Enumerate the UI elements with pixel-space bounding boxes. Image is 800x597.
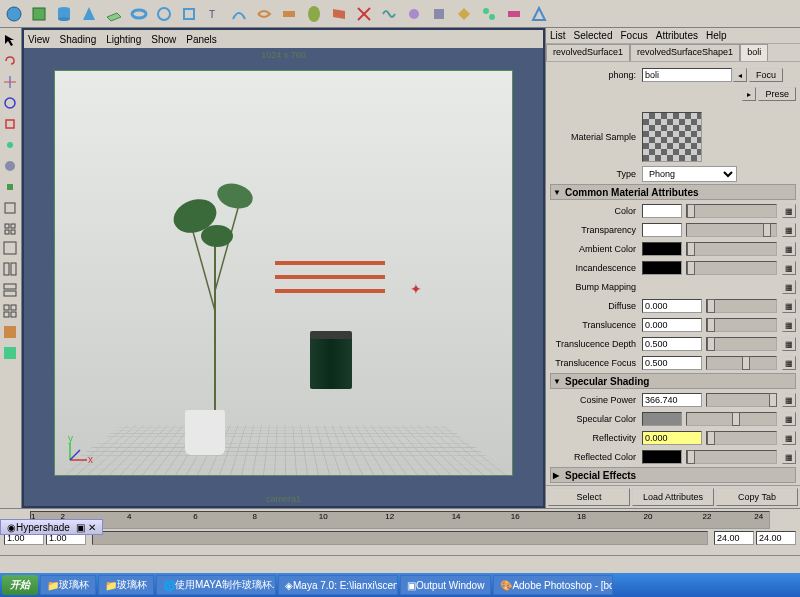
rotate-tool[interactable] — [0, 93, 20, 113]
task-1[interactable]: 📁 玻璃杯 — [40, 575, 96, 595]
ambient-swatch[interactable] — [642, 242, 682, 256]
focus-btn[interactable]: Focu — [749, 68, 783, 82]
layout-5[interactable] — [0, 322, 20, 342]
layout-4[interactable] — [0, 301, 20, 321]
shelf-circle[interactable] — [152, 2, 176, 26]
time-ruler[interactable]: 1 2 4 6 8 10 12 14 16 18 20 22 24 — [30, 511, 770, 529]
goto-input-btn[interactable]: ◂ — [733, 68, 747, 82]
lighting-menu[interactable]: Lighting — [106, 34, 141, 45]
shelf-extra7[interactable] — [527, 2, 551, 26]
viewport[interactable]: View Shading Lighting Show Panels 1024 x… — [22, 28, 545, 508]
scale-tool[interactable] — [0, 114, 20, 134]
shelf-extra3[interactable] — [427, 2, 451, 26]
shelf-cylinder[interactable] — [52, 2, 76, 26]
shelf-surface1[interactable] — [277, 2, 301, 26]
task-3[interactable]: 🌐 使用MAYA制作玻璃杯... — [156, 575, 276, 595]
attr-attributes-menu[interactable]: Attributes — [656, 30, 698, 41]
reflectivity-map-btn[interactable]: ▦ — [782, 431, 796, 445]
load-attr-btn[interactable]: Load Attributes — [632, 488, 714, 506]
move-tool[interactable] — [0, 72, 20, 92]
refl-color-slider[interactable] — [686, 450, 777, 464]
hypershade-tab[interactable]: ◉ Hypershade ▣ ✕ — [0, 519, 103, 535]
shelf-plane[interactable] — [102, 2, 126, 26]
color-slider[interactable] — [686, 204, 777, 218]
section-common[interactable]: ▼Common Material Attributes — [550, 184, 796, 200]
spec-color-map-btn[interactable]: ▦ — [782, 412, 796, 426]
layout-3[interactable] — [0, 280, 20, 300]
shelf-cube[interactable] — [27, 2, 51, 26]
section-special[interactable]: ▶Special Effects — [550, 467, 796, 483]
section-specular[interactable]: ▼Specular Shading — [550, 373, 796, 389]
transl-depth-map-btn[interactable]: ▦ — [782, 337, 796, 351]
reflectivity-input[interactable] — [642, 431, 702, 445]
attr-focus-menu[interactable]: Focus — [620, 30, 647, 41]
incand-slider[interactable] — [686, 261, 777, 275]
lasso-tool[interactable] — [0, 51, 20, 71]
layout-1[interactable] — [0, 238, 20, 258]
view-single[interactable] — [0, 198, 20, 218]
shelf-delete[interactable] — [352, 2, 376, 26]
ambient-map-btn[interactable]: ▦ — [782, 242, 796, 256]
color-map-btn[interactable]: ▦ — [782, 204, 796, 218]
shelf-loft[interactable] — [327, 2, 351, 26]
transl-focus-slider[interactable] — [706, 356, 777, 370]
start-button[interactable]: 开始 — [2, 575, 38, 595]
type-select[interactable]: Phong — [642, 166, 737, 182]
task-4[interactable]: ◈ Maya 7.0: E:\lianxi\scen... — [278, 575, 398, 595]
transl-depth-input[interactable] — [642, 337, 702, 351]
shelf-cone[interactable] — [77, 2, 101, 26]
attr-list-menu[interactable]: List — [550, 30, 566, 41]
diffuse-slider[interactable] — [706, 299, 777, 313]
refl-color-map-btn[interactable]: ▦ — [782, 450, 796, 464]
range-slider[interactable] — [92, 531, 708, 545]
range-end-input[interactable] — [714, 531, 754, 545]
shelf-sphere[interactable] — [2, 2, 26, 26]
attr-help-menu[interactable]: Help — [706, 30, 727, 41]
shelf-square[interactable] — [177, 2, 201, 26]
incand-map-btn[interactable]: ▦ — [782, 261, 796, 275]
transparency-swatch[interactable] — [642, 223, 682, 237]
shelf-text[interactable]: T — [202, 2, 226, 26]
shelf-curve1[interactable] — [227, 2, 251, 26]
task-5[interactable]: ▣ Output Window — [400, 575, 491, 595]
incand-swatch[interactable] — [642, 261, 682, 275]
attr-selected-menu[interactable]: Selected — [574, 30, 613, 41]
shelf-extra2[interactable] — [402, 2, 426, 26]
task-2[interactable]: 📁 玻璃杯 — [98, 575, 154, 595]
cosine-input[interactable] — [642, 393, 702, 407]
transl-depth-slider[interactable] — [706, 337, 777, 351]
layout-2[interactable] — [0, 259, 20, 279]
select-btn[interactable]: Select — [548, 488, 630, 506]
shelf-extra6[interactable] — [502, 2, 526, 26]
task-6[interactable]: 🎨 Adobe Photoshop - [boli... — [493, 575, 613, 595]
shelf-revolve[interactable] — [302, 2, 326, 26]
preset-btn[interactable]: Prese — [758, 87, 796, 101]
color-swatch[interactable] — [642, 204, 682, 218]
view-menu[interactable]: View — [28, 34, 50, 45]
transl-focus-map-btn[interactable]: ▦ — [782, 356, 796, 370]
transl-focus-input[interactable] — [642, 356, 702, 370]
transl-map-btn[interactable]: ▦ — [782, 318, 796, 332]
anim-end-input[interactable] — [756, 531, 796, 545]
bump-map-btn[interactable]: ▦ — [782, 280, 796, 294]
show-menu[interactable]: Show — [151, 34, 176, 45]
shelf-extra5[interactable] — [477, 2, 501, 26]
shelf-extra4[interactable] — [452, 2, 476, 26]
layout-6[interactable] — [0, 343, 20, 363]
panels-menu[interactable]: Panels — [186, 34, 217, 45]
goto-output-btn[interactable]: ▸ — [742, 87, 756, 101]
diffuse-input[interactable] — [642, 299, 702, 313]
scene-cylinder[interactable] — [310, 331, 352, 389]
shelf-extra1[interactable] — [377, 2, 401, 26]
cosine-slider[interactable] — [706, 393, 777, 407]
soft-tool[interactable] — [0, 156, 20, 176]
refl-color-swatch[interactable] — [642, 450, 682, 464]
tab-revolvedsurface1[interactable]: revolvedSurface1 — [546, 44, 630, 61]
cosine-map-btn[interactable]: ▦ — [782, 393, 796, 407]
reflectivity-slider[interactable] — [706, 431, 777, 445]
tab-boli[interactable]: boli — [740, 44, 768, 61]
transparency-slider[interactable] — [686, 223, 777, 237]
viewport-canvas[interactable]: ✦ y x — [54, 70, 513, 476]
transl-input[interactable] — [642, 318, 702, 332]
select-tool[interactable] — [0, 30, 20, 50]
